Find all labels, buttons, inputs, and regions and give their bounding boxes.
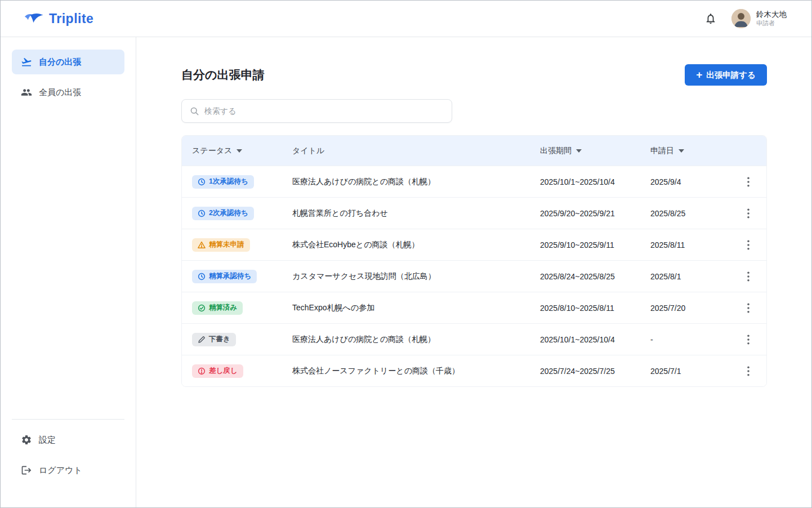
column-header-period[interactable]: 出張期間	[540, 146, 650, 156]
table-body: 1次承認待ち 医療法人あけびの病院との商談（札幌） 2025/10/1~2025…	[182, 166, 766, 386]
trip-title: 医療法人あけびの病院との商談（札幌）	[292, 177, 540, 187]
sidebar-item-all-trips[interactable]: 全員の出張	[12, 80, 124, 105]
sidebar-divider	[12, 419, 124, 420]
row-actions-kebab-icon[interactable]	[740, 332, 756, 347]
trip-title: 札幌営業所との打ち合わせ	[292, 208, 540, 219]
status-badge: 2次承認待ち	[192, 207, 254, 220]
flight-takeoff-icon	[21, 56, 32, 68]
row-actions-kebab-icon[interactable]	[740, 269, 756, 284]
trip-title: 医療法人あけびの病院との商談（札幌）	[292, 335, 540, 345]
rejected-alert-icon	[198, 367, 206, 375]
status-cell: 2次承認待ち	[192, 207, 292, 220]
column-label: タイトル	[292, 146, 324, 156]
brand-name: Triplite	[49, 11, 93, 26]
row-actions-kebab-icon[interactable]	[740, 206, 756, 221]
table-row[interactable]: 1次承認待ち 医療法人あけびの病院との商談（札幌） 2025/10/1~2025…	[182, 166, 766, 197]
status-badge: 1次承認待ち	[192, 175, 254, 189]
notifications-bell-icon[interactable]	[704, 12, 717, 25]
create-trip-request-button[interactable]: + 出張申請する	[685, 64, 767, 86]
applied-date: 2025/9/4	[650, 177, 734, 186]
top-bar-right: 鈴木大地 申請者	[704, 9, 787, 28]
table-header-row: ステータス タイトル 出張期間 申請日	[182, 136, 766, 166]
pending-clock-icon	[198, 273, 206, 280]
applied-date: 2025/8/1	[650, 272, 734, 281]
column-label: 出張期間	[540, 146, 572, 156]
warning-triangle-icon	[198, 241, 206, 249]
sidebar-item-logout[interactable]: ログアウト	[12, 458, 124, 483]
column-label: 申請日	[650, 146, 674, 156]
status-badge: 下書き	[192, 333, 236, 346]
user-meta: 鈴木大地 申請者	[756, 10, 787, 28]
search-icon	[190, 106, 199, 116]
status-cell: 精算済み	[192, 301, 292, 315]
status-badge: 差し戻し	[192, 364, 243, 378]
sidebar-item-label: 自分の出張	[39, 57, 81, 68]
table-row[interactable]: 精算済み TechExpo札幌への参加 2025/8/10~2025/8/11 …	[182, 292, 766, 323]
logout-icon	[21, 465, 32, 476]
status-badge: 精算承認待ち	[192, 270, 257, 283]
column-header-applied[interactable]: 申請日	[650, 146, 734, 156]
trip-title: 株式会社ノースファクトリーとの商談（千歳）	[292, 366, 540, 376]
status-badge-label: 精算済み	[209, 304, 237, 311]
status-badge-label: 1次承認待ち	[209, 178, 248, 185]
row-actions-kebab-icon[interactable]	[740, 174, 756, 190]
trip-title: カスタマーサクセス現地訪問（北広島）	[292, 271, 540, 282]
table-row[interactable]: 精算承認待ち カスタマーサクセス現地訪問（北広島） 2025/8/24~2025…	[182, 260, 766, 292]
status-cell: 精算承認待ち	[192, 270, 292, 283]
column-header-status[interactable]: ステータス	[192, 146, 292, 156]
people-icon	[21, 87, 32, 98]
status-badge-label: 差し戻し	[209, 367, 238, 375]
row-actions-kebab-icon[interactable]	[740, 237, 756, 253]
pending-clock-icon	[198, 178, 206, 186]
trip-title: 株式会社EcoHybeとの商談（札幌）	[292, 240, 540, 250]
user-menu[interactable]: 鈴木大地 申請者	[731, 9, 787, 28]
table-row[interactable]: 下書き 医療法人あけびの病院との商談（札幌） 2025/10/1~2025/10…	[182, 323, 766, 355]
applied-date: -	[650, 335, 734, 344]
draft-pencil-icon	[198, 336, 206, 344]
sort-caret-icon	[679, 149, 684, 153]
applied-date: 2025/7/20	[650, 304, 734, 313]
status-badge: 精算未申請	[192, 238, 250, 252]
user-name: 鈴木大地	[756, 10, 787, 20]
sidebar-item-my-trips[interactable]: 自分の出張	[12, 50, 124, 74]
user-role: 申請者	[756, 20, 787, 28]
check-circle-icon	[198, 304, 206, 312]
sidebar-spacer	[12, 110, 124, 419]
sidebar: 自分の出張 全員の出張 設定	[1, 37, 136, 507]
trip-period: 2025/10/1~2025/10/4	[540, 177, 650, 186]
page-title: 自分の出張申請	[181, 67, 265, 83]
search-input[interactable]	[204, 106, 444, 115]
brand-logo[interactable]: Triplite	[23, 11, 93, 26]
row-actions-kebab-icon[interactable]	[740, 363, 756, 379]
table-row[interactable]: 精算未申請 株式会社EcoHybeとの商談（札幌） 2025/9/10~2025…	[182, 229, 766, 260]
sidebar-item-label: ログアウト	[39, 465, 82, 476]
trip-period: 2025/10/1~2025/10/4	[540, 335, 650, 344]
plus-icon: +	[696, 69, 702, 80]
table-row[interactable]: 2次承認待ち 札幌営業所との打ち合わせ 2025/9/20~2025/9/21 …	[182, 197, 766, 229]
status-badge-label: 精算承認待ち	[209, 273, 251, 280]
search-box	[181, 99, 452, 123]
column-label: ステータス	[192, 146, 232, 156]
table-row[interactable]: 差し戻し 株式会社ノースファクトリーとの商談（千歳） 2025/7/24~202…	[182, 355, 766, 386]
avatar	[731, 9, 751, 28]
status-badge-label: 2次承認待ち	[209, 210, 248, 217]
sidebar-item-label: 設定	[39, 435, 56, 445]
status-badge-label: 精算未申請	[209, 241, 244, 248]
sort-caret-icon	[237, 149, 242, 153]
sort-caret-icon	[576, 149, 582, 153]
trip-period: 2025/9/10~2025/9/11	[540, 240, 650, 249]
sidebar-item-settings[interactable]: 設定	[12, 427, 124, 452]
status-badge: 精算済み	[192, 301, 243, 315]
trip-title: TechExpo札幌への参加	[292, 303, 540, 313]
status-cell: 1次承認待ち	[192, 175, 292, 189]
triplite-bird-icon	[23, 11, 44, 26]
trip-requests-table: ステータス タイトル 出張期間 申請日	[181, 135, 767, 387]
pending-clock-icon	[198, 210, 206, 217]
create-trip-request-label: 出張申請する	[706, 70, 756, 81]
trip-period: 2025/8/10~2025/8/11	[540, 304, 650, 313]
top-bar: Triplite 鈴木大地 申請者	[1, 1, 811, 37]
column-header-title: タイトル	[292, 146, 540, 156]
status-cell: 下書き	[192, 333, 292, 346]
app-window: Triplite 鈴木大地 申請者	[0, 0, 812, 508]
row-actions-kebab-icon[interactable]	[740, 300, 756, 316]
